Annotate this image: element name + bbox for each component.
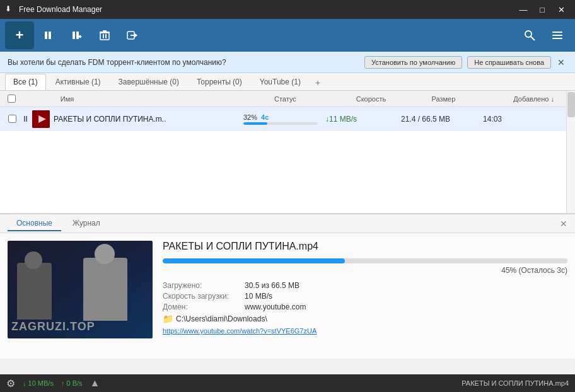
svg-rect-1 <box>49 32 51 39</box>
svg-rect-9 <box>103 30 107 32</box>
svg-line-13 <box>531 37 535 40</box>
detail-progress-fill <box>163 258 345 263</box>
detail-progress-bar <box>163 258 567 263</box>
row-pause-button[interactable]: ⏸ <box>21 114 30 124</box>
menu-button[interactable] <box>545 23 570 48</box>
set-default-button[interactable]: Установить по умолчанию <box>364 56 462 69</box>
tab-completed[interactable]: Завершённые (0) <box>110 74 187 90</box>
delete-button[interactable] <box>92 23 117 48</box>
detail-speed-value: 10 MB/s <box>245 292 272 301</box>
statusbar-filename: РАКЕТЫ И СОПЛИ ПУТИНА.mp4 <box>462 379 569 387</box>
select-all-checkbox[interactable] <box>8 95 16 103</box>
svg-rect-3 <box>76 32 79 39</box>
trash-icon <box>99 30 110 41</box>
sort-arrow-icon: ↓ <box>550 95 554 103</box>
download-speed: ↓11 MB/s <box>322 115 397 124</box>
watermark-text: ZAGRUZI.TOP <box>11 320 95 333</box>
detail-domain-label: Домен: <box>163 303 245 311</box>
detail-loaded-label: Загружено: <box>163 281 245 290</box>
statusbar-download-speed: ↓ 10 MB/s <box>23 379 54 387</box>
detail-tabs: Основные Журнал ✕ <box>0 214 575 233</box>
forward-icon <box>127 30 138 41</box>
move-button[interactable] <box>120 23 145 48</box>
header-size[interactable]: Размер <box>427 95 509 103</box>
search-icon <box>524 30 535 41</box>
tab-youtube[interactable]: YouTube (1) <box>252 74 309 90</box>
detail-content: ZAGRUZI.TOP РАКЕТЫ И СОПЛИ ПУТИНА.mp4 45… <box>0 233 575 346</box>
svg-rect-14 <box>552 32 562 33</box>
svg-rect-2 <box>73 32 75 39</box>
dont-ask-button[interactable]: Не спрашивать снова <box>467 56 551 69</box>
play-icon <box>44 30 54 40</box>
tab-active[interactable]: Активные (1) <box>47 74 109 90</box>
header-name[interactable]: Имя <box>57 95 270 103</box>
detail-domain-value: www.youtube.com <box>245 303 306 311</box>
detail-filename: РАКЕТЫ И СОПЛИ ПУТИНА.mp4 <box>163 241 567 252</box>
detail-panel-close-button[interactable]: ✕ <box>560 219 567 229</box>
detail-url-link[interactable]: https://www.youtube.com/watch?v=stVYE6G7… <box>163 327 317 335</box>
download-name: РАКЕТЫ И СОПЛИ ПУТИНА.m.. <box>54 115 240 124</box>
detail-panel: Основные Журнал ✕ ZAGRUZI.TOP РАКЕТЫ И С… <box>0 214 575 359</box>
titlebar: ⬇ Free Download Manager — □ ✕ <box>0 0 575 19</box>
svg-rect-11 <box>131 35 136 36</box>
svg-rect-4 <box>78 35 82 38</box>
detail-tab-log[interactable]: Журнал <box>64 216 109 231</box>
statusbar: ⚙ ↓ 10 MB/s ↑ 0 B/s ▲ РАКЕТЫ И СОПЛИ ПУТ… <box>0 374 575 392</box>
detail-tab-main[interactable]: Основные <box>8 216 61 231</box>
minimize-button[interactable]: — <box>514 3 532 16</box>
detail-thumbnail: ZAGRUZI.TOP <box>8 241 153 338</box>
close-button[interactable]: ✕ <box>552 3 570 16</box>
add-download-button[interactable]: + <box>5 21 34 49</box>
thumbnail-preview <box>32 110 50 128</box>
detail-folder-path: C:\Users\diami\Downloads\ <box>176 314 267 323</box>
header-checkbox[interactable] <box>3 95 21 103</box>
svg-rect-6 <box>103 34 104 38</box>
detail-speed-label: Скорость загрузки: <box>163 292 245 301</box>
toolbar: + <box>0 19 575 52</box>
tab-all[interactable]: Все (1) <box>5 74 46 90</box>
maximize-button[interactable]: □ <box>533 3 551 16</box>
header-added[interactable]: Добавлено ↓ <box>509 95 572 103</box>
svg-rect-16 <box>552 38 562 39</box>
svg-point-12 <box>525 31 531 37</box>
row-progress-fill <box>243 122 267 125</box>
expand-button[interactable]: ▲ <box>90 378 100 389</box>
figure-silhouette-2 <box>83 258 127 321</box>
folder-icon: 📁 <box>163 314 173 324</box>
status-badge: 4c <box>261 113 269 121</box>
app-title: Free Download Manager <box>19 5 514 14</box>
download-tabs: Все (1) Активные (1) Завершённые (0) Тор… <box>0 73 575 91</box>
pause-icon <box>72 30 82 40</box>
download-list-area: Имя Статус Скорость Размер Добавлено ↓ ⏸… <box>0 91 575 214</box>
infobar: Вы хотели бы сделать FDM торрент-клиенто… <box>0 52 575 73</box>
detail-loaded-value: 30.5 из 66.5 MB <box>245 281 299 290</box>
detail-row-domain: Домен: www.youtube.com <box>163 303 567 311</box>
row-checkbox[interactable] <box>3 115 21 123</box>
table-row[interactable]: ⏸ РАКЕТЫ И СОПЛИ ПУТИНА.m.. 32% 4c ↓11 M… <box>0 107 575 131</box>
play-button[interactable] <box>37 23 62 48</box>
infobar-text: Вы хотели бы сделать FDM торрент-клиенто… <box>8 58 359 67</box>
pause-all-button[interactable] <box>64 23 90 48</box>
status-percent: 32% <box>243 113 257 121</box>
tab-torrents[interactable]: Торренты (0) <box>189 74 250 90</box>
add-tab-button[interactable]: + <box>310 75 325 90</box>
detail-folder[interactable]: 📁 C:\Users\diami\Downloads\ <box>163 314 567 324</box>
detail-info: РАКЕТЫ И СОПЛИ ПУТИНА.mp4 45% (Осталось … <box>163 241 567 338</box>
detail-row-speed: Скорость загрузки: 10 MB/s <box>163 292 567 301</box>
scrollbar-thumb[interactable] <box>567 92 575 117</box>
row-select-checkbox[interactable] <box>8 115 16 123</box>
header-speed[interactable]: Скорость <box>352 95 428 103</box>
infobar-close-button[interactable]: ✕ <box>555 57 567 67</box>
detail-url-row: https://www.youtube.com/watch?v=stVYE6G7… <box>163 326 567 335</box>
window-controls: — □ ✕ <box>514 3 570 16</box>
app-icon: ⬇ <box>5 4 15 14</box>
header-status[interactable]: Статус <box>270 95 352 103</box>
search-button[interactable] <box>517 23 542 48</box>
row-progress-bar <box>243 122 318 125</box>
detail-row-loaded: Загружено: 30.5 из 66.5 MB <box>163 281 567 290</box>
scrollbar[interactable] <box>566 91 575 213</box>
svg-rect-7 <box>105 34 107 38</box>
statusbar-settings-icon[interactable]: ⚙ <box>6 378 15 389</box>
figure-silhouette-1 <box>17 263 52 320</box>
download-size: 21.4 / 66.5 MB <box>397 115 479 124</box>
